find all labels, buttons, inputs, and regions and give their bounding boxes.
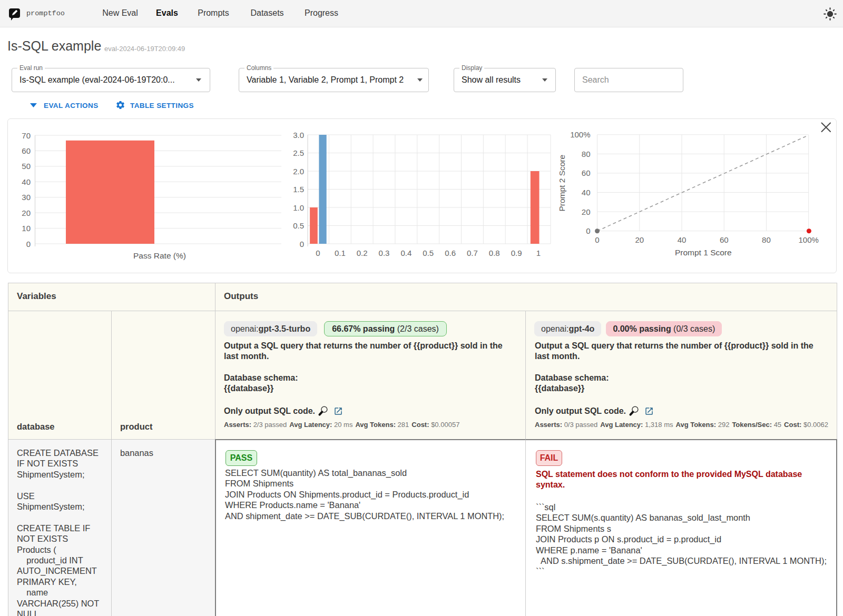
svg-text:0.6: 0.6 xyxy=(445,249,456,257)
svg-text:2.0: 2.0 xyxy=(293,167,304,176)
svg-text:0: 0 xyxy=(300,240,304,249)
svg-text:20: 20 xyxy=(582,207,591,216)
svg-text:Prompt 1 Score: Prompt 1 Score xyxy=(675,248,732,257)
svg-text:60: 60 xyxy=(720,235,729,244)
svg-text:1.0: 1.0 xyxy=(293,203,304,212)
svg-text:30: 30 xyxy=(22,193,31,202)
svg-text:40: 40 xyxy=(678,235,687,244)
svg-text:0.1: 0.1 xyxy=(335,249,346,257)
svg-text:20: 20 xyxy=(22,208,31,217)
svg-text:40: 40 xyxy=(582,188,591,197)
svg-text:Prompt 2 Score: Prompt 2 Score xyxy=(557,155,566,212)
svg-text:50: 50 xyxy=(22,162,31,171)
svg-text:10: 10 xyxy=(22,224,31,233)
svg-text:0: 0 xyxy=(586,226,590,235)
svg-text:0.3: 0.3 xyxy=(379,249,390,257)
svg-text:0.9: 0.9 xyxy=(511,249,522,257)
svg-text:0: 0 xyxy=(26,240,31,249)
svg-text:100%: 100% xyxy=(799,235,819,244)
svg-text:80: 80 xyxy=(762,235,771,244)
svg-text:0: 0 xyxy=(595,235,599,244)
svg-text:20: 20 xyxy=(635,235,644,244)
svg-text:60: 60 xyxy=(22,146,31,155)
svg-text:Pass Rate (%): Pass Rate (%) xyxy=(133,251,186,260)
svg-text:0.5: 0.5 xyxy=(293,221,304,230)
svg-text:60: 60 xyxy=(582,168,591,177)
svg-text:1: 1 xyxy=(536,249,541,257)
svg-text:2.5: 2.5 xyxy=(293,148,304,157)
svg-text:40: 40 xyxy=(22,177,31,186)
svg-text:1.5: 1.5 xyxy=(293,185,304,194)
svg-text:100%: 100% xyxy=(570,130,590,139)
svg-text:0.8: 0.8 xyxy=(489,249,500,257)
svg-text:80: 80 xyxy=(582,150,591,158)
svg-text:3.0: 3.0 xyxy=(293,131,304,140)
svg-text:0.5: 0.5 xyxy=(423,249,434,257)
svg-text:70: 70 xyxy=(22,131,31,140)
svg-text:0: 0 xyxy=(316,249,320,257)
svg-text:0.2: 0.2 xyxy=(357,249,368,257)
svg-text:0.7: 0.7 xyxy=(467,249,478,257)
svg-text:0.4: 0.4 xyxy=(400,249,411,257)
